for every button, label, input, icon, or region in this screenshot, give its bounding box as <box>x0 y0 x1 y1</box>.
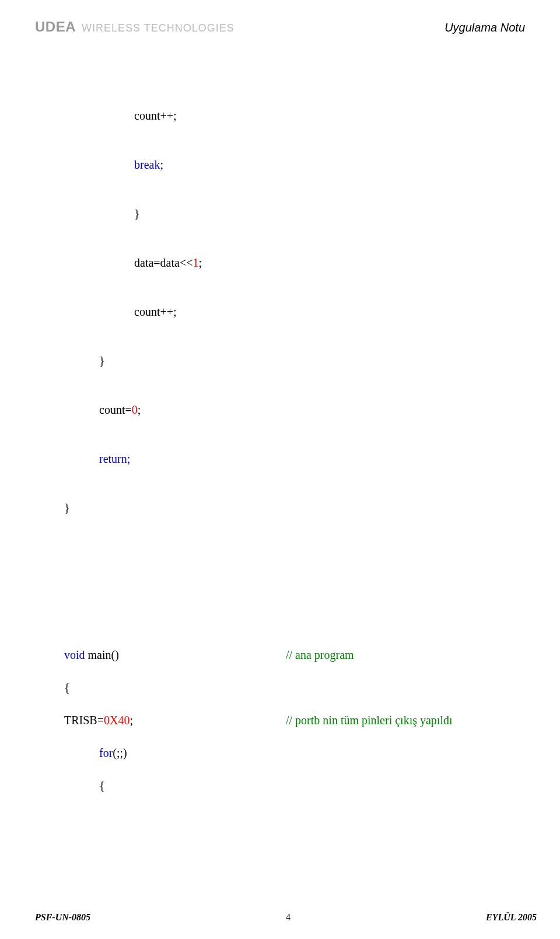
footer-date: EYLÜL 2005 <box>486 912 537 923</box>
code-line-blank <box>286 745 525 761</box>
code-line: } <box>64 205 525 222</box>
code-line: } <box>64 500 525 516</box>
code-line: return; <box>64 451 525 467</box>
code-line: count++; <box>64 303 525 320</box>
code-two-col: void main() { TRISB=0X40; for(;;) { // a… <box>64 630 525 826</box>
code-keyword: for <box>99 746 113 759</box>
code-line: for(;;) <box>64 745 286 761</box>
footer-doc-id: PSF-UN-0805 <box>35 912 90 923</box>
page-header: UDEA WIRELESS TECHNOLOGIES Uygulama Notu <box>35 19 525 35</box>
page-footer: PSF-UN-0805 4 EYLÜL 2005 <box>35 912 537 923</box>
code-text: ; <box>130 714 133 727</box>
code-text: ; <box>138 403 141 416</box>
logo-text: UDEA <box>35 19 76 35</box>
code-line-blank <box>286 777 525 794</box>
code-keyword: void <box>64 648 85 661</box>
code-text: main() <box>85 648 119 661</box>
code-line: break; <box>64 156 525 173</box>
code-line: data=data<<1; <box>64 254 525 271</box>
page-container: UDEA WIRELESS TECHNOLOGIES Uygulama Notu… <box>0 0 560 939</box>
code-line: count=0; <box>64 402 525 418</box>
code-line-blank <box>64 565 525 581</box>
code-line: { <box>64 777 286 794</box>
code-line: void main() <box>64 647 286 663</box>
code-body: count++; break; } data=data<<1; count++;… <box>64 58 525 939</box>
code-line: } <box>64 352 525 369</box>
code-line: count++; <box>64 107 525 124</box>
code-text: data=data<< <box>134 256 192 269</box>
code-col-right: // ana program // portb nin tüm pinleri … <box>286 630 525 826</box>
code-col-left: void main() { TRISB=0X40; for(;;) { <box>64 630 286 826</box>
code-text: TRISB= <box>64 714 104 727</box>
code-number: 0X40 <box>104 714 130 727</box>
code-text: count= <box>99 403 132 416</box>
page-title: Uygulama Notu <box>444 21 525 34</box>
code-text: ; <box>198 256 202 269</box>
code-line-blank <box>64 875 525 892</box>
code-text: (;;) <box>113 746 127 759</box>
code-number: 1 <box>192 256 198 269</box>
header-subtitle: WIRELESS TECHNOLOGIES <box>82 22 235 34</box>
footer-page-number: 4 <box>286 912 290 923</box>
code-line-blank <box>286 679 525 696</box>
header-left: UDEA WIRELESS TECHNOLOGIES <box>35 19 235 35</box>
code-line: { <box>64 679 286 696</box>
code-comment: // ana program <box>286 647 525 663</box>
code-line: TRISB=0X40; <box>64 712 286 728</box>
code-comment: // portb nin tüm pinleri çıkış yapıldı <box>286 712 525 728</box>
code-number: 0 <box>132 403 138 416</box>
